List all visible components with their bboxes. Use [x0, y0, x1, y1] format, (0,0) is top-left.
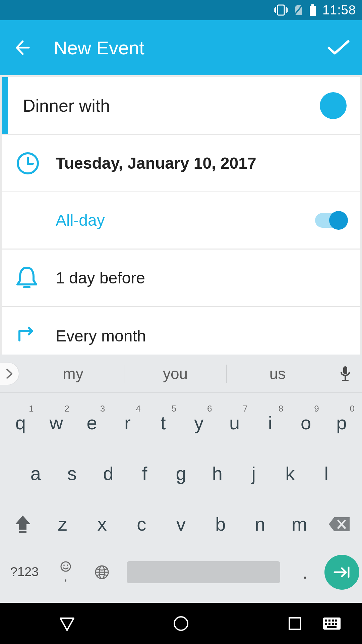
backspace-icon	[327, 516, 351, 533]
nav-recent-button[interactable]	[275, 610, 315, 637]
svg-rect-24	[335, 620, 337, 622]
key-x[interactable]: x	[82, 504, 122, 544]
allday-toggle[interactable]	[315, 213, 347, 228]
voice-input-button[interactable]	[328, 366, 362, 382]
repeat-value: Every month	[56, 327, 146, 345]
key-j[interactable]: j	[236, 453, 272, 494]
svg-rect-11	[19, 531, 26, 533]
page-title: New Event	[54, 37, 325, 59]
key-w[interactable]: w2	[38, 403, 74, 443]
key-k[interactable]: k	[272, 453, 308, 494]
repeat-icon	[15, 326, 38, 346]
event-date: Tuesday, January 10, 2017	[56, 154, 256, 172]
emoji-comma-key[interactable]: ,	[49, 555, 82, 589]
navigation-bar	[0, 603, 362, 644]
reminder-row[interactable]: 1 day before	[2, 250, 360, 307]
key-i[interactable]: i8	[252, 403, 288, 443]
date-row[interactable]: Tuesday, January 10, 2017	[2, 135, 360, 192]
svg-rect-26	[328, 623, 330, 625]
svg-rect-0	[278, 5, 284, 15]
expand-suggestions-button[interactable]	[0, 363, 19, 385]
key-t[interactable]: t5	[145, 403, 181, 443]
key-d[interactable]: d	[90, 453, 126, 494]
svg-rect-22	[328, 620, 330, 622]
key-r[interactable]: r4	[110, 403, 145, 443]
allday-label: All-day	[56, 211, 105, 229]
key-o[interactable]: o9	[288, 403, 323, 443]
event-form: Tuesday, January 10, 2017 All-day 1 day …	[0, 75, 362, 355]
nav-keyboard-button[interactable]	[312, 610, 352, 637]
enter-key[interactable]	[324, 555, 359, 590]
app-bar: New Event	[0, 20, 362, 75]
globe-icon	[94, 565, 110, 580]
svg-point-14	[67, 565, 68, 566]
svg-rect-27	[332, 623, 334, 625]
repeat-row[interactable]: Every month	[2, 307, 360, 355]
key-l[interactable]: l	[308, 453, 345, 494]
key-s[interactable]: s	[54, 453, 90, 494]
svg-rect-7	[310, 6, 316, 16]
key-q[interactable]: q1	[3, 403, 38, 443]
space-key[interactable]	[127, 561, 280, 583]
backspace-key[interactable]	[319, 516, 359, 533]
allday-row[interactable]: All-day	[2, 192, 360, 249]
key-b[interactable]: b	[201, 504, 240, 544]
vibrate-icon	[274, 4, 288, 16]
svg-point-13	[63, 565, 65, 566]
svg-rect-28	[335, 623, 337, 625]
back-button[interactable]	[10, 36, 34, 59]
key-p[interactable]: p0	[324, 403, 359, 443]
bell-icon	[15, 266, 38, 290]
key-n[interactable]: n	[240, 504, 280, 544]
event-title-input[interactable]	[23, 96, 320, 116]
key-f[interactable]: f	[126, 453, 163, 494]
svg-point-12	[61, 562, 70, 571]
key-g[interactable]: g	[163, 453, 199, 494]
reminder-value: 1 day before	[56, 269, 145, 287]
calendar-color-picker[interactable]	[320, 92, 347, 119]
suggestion-2[interactable]: you	[124, 365, 226, 383]
suggestion-1[interactable]: my	[22, 365, 124, 383]
key-c[interactable]: c	[122, 504, 161, 544]
key-u[interactable]: u7	[217, 403, 252, 443]
no-sim-icon	[294, 4, 303, 16]
suggestion-3[interactable]: us	[226, 365, 328, 383]
clock-icon	[15, 151, 40, 176]
battery-icon	[309, 4, 316, 16]
microphone-icon	[339, 366, 351, 382]
svg-rect-29	[327, 626, 337, 628]
shift-key[interactable]	[3, 514, 43, 534]
svg-rect-6	[311, 4, 314, 6]
nav-home-button[interactable]	[161, 610, 201, 637]
svg-rect-25	[325, 623, 327, 625]
shift-icon	[14, 514, 32, 534]
svg-rect-19	[289, 618, 301, 629]
key-z[interactable]: z	[43, 504, 82, 544]
key-h[interactable]: h	[199, 453, 235, 494]
key-e[interactable]: e3	[74, 403, 110, 443]
nav-back-button[interactable]	[47, 610, 87, 637]
svg-rect-23	[332, 620, 334, 622]
symbols-key[interactable]: ?123	[3, 565, 46, 579]
language-key[interactable]	[85, 555, 119, 589]
key-v[interactable]: v	[161, 504, 201, 544]
title-card	[2, 77, 360, 134]
keyboard-icon	[322, 617, 341, 630]
status-bar: 11:58	[0, 0, 362, 20]
svg-point-18	[174, 617, 188, 630]
suggestion-bar: my you us	[0, 355, 362, 393]
svg-rect-21	[325, 620, 327, 622]
soft-keyboard: my you us q1w2e3r4t5y6u7i8o9p0 asdfghjkl…	[0, 355, 362, 603]
period-key[interactable]: .	[288, 555, 322, 589]
key-y[interactable]: y6	[181, 403, 217, 443]
status-time: 11:58	[322, 3, 356, 17]
tab-next-icon	[333, 566, 351, 579]
confirm-button[interactable]	[325, 34, 352, 61]
key-m[interactable]: m	[280, 504, 319, 544]
svg-rect-10	[343, 366, 347, 374]
key-a[interactable]: a	[17, 453, 54, 494]
